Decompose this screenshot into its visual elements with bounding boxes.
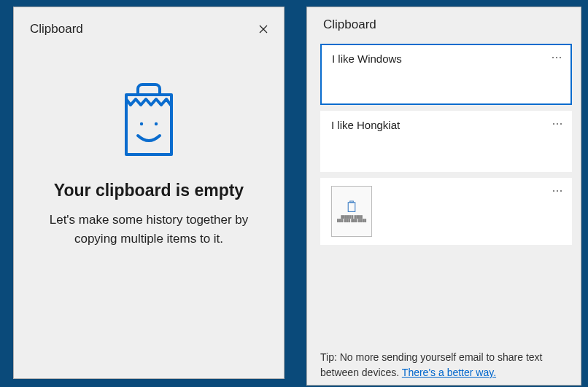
history-item-text: I like Hongkiat	[331, 119, 400, 131]
history-item[interactable]: I like Hongkiat	[320, 111, 572, 172]
clipboard-panel-empty: Clipboard Your clipboard is e	[13, 7, 285, 379]
svg-point-0	[140, 122, 143, 125]
clipboard-panel-history: Clipboard I like Windows I like Hongkiat	[306, 7, 581, 386]
panel-title: Clipboard	[30, 22, 83, 36]
tip-link[interactable]: There's a better way.	[402, 367, 496, 378]
panel-title: Clipboard	[323, 17, 376, 32]
history-item[interactable]: I like Windows	[320, 44, 572, 105]
history-item[interactable]: ██████ ███████ ███ ███ ████	[320, 178, 572, 245]
thumbnail-caption: ██████ ███████ ███ ███ ████	[337, 216, 366, 223]
svg-point-2	[552, 57, 554, 58]
panel-header: Clipboard	[14, 7, 284, 47]
more-icon[interactable]	[550, 51, 563, 64]
svg-point-6	[557, 123, 558, 125]
empty-state: Your clipboard is empty Let's make some …	[14, 47, 284, 249]
history-list: I like Windows I like Hongkiat ██████ ██…	[307, 38, 581, 251]
tip-bar: Tip: No more sending yourself email to s…	[313, 345, 575, 380]
svg-point-7	[560, 123, 562, 125]
svg-rect-8	[348, 202, 355, 211]
clipboard-smiley-icon	[347, 200, 357, 213]
svg-point-5	[553, 123, 554, 125]
close-icon[interactable]	[252, 17, 275, 41]
history-item-thumbnail: ██████ ███████ ███ ███ ████	[331, 186, 372, 237]
svg-point-11	[560, 190, 562, 192]
stage: Clipboard Your clipboard is e	[0, 0, 588, 387]
clipboard-smiley-icon	[120, 82, 177, 160]
empty-heading: Your clipboard is empty	[54, 181, 244, 200]
svg-point-4	[560, 57, 561, 58]
more-icon[interactable]	[551, 117, 564, 130]
svg-point-1	[155, 122, 158, 125]
panel-header: Clipboard	[307, 7, 581, 38]
svg-point-3	[556, 57, 557, 58]
svg-point-9	[553, 190, 554, 192]
more-icon[interactable]	[551, 184, 564, 198]
empty-body: Let's make some history together by copy…	[37, 211, 260, 249]
history-item-text: I like Windows	[332, 52, 402, 65]
svg-point-10	[557, 190, 558, 192]
